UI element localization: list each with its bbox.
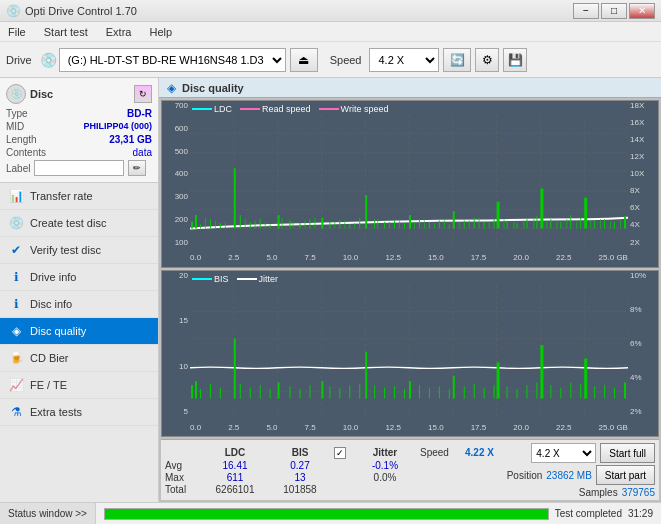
speed-label: Speed [330,54,362,66]
ldc-chart: LDC Read speed Write speed [161,100,659,268]
max-jitter: 0.0% [350,472,420,483]
svg-rect-64 [624,216,626,228]
status-time: 31:29 [628,508,653,519]
disc-refresh-button[interactable]: ↻ [134,85,152,103]
disc-type-label: Type [6,108,28,119]
minimize-button[interactable]: − [573,3,599,19]
y2-label-20: 20 [179,271,188,280]
svg-rect-51 [507,220,508,228]
disc-label-button[interactable]: ✏ [128,160,146,176]
cd-bier-icon: 🍺 [8,350,24,366]
disc-label-input[interactable] [34,160,124,176]
sidebar-item-verify-test-disc-label: Verify test disc [30,244,101,256]
title-bar: 💿 Opti Drive Control 1.70 − □ ✕ [0,0,661,22]
stats-position-row: Position 23862 MB Start part [507,465,655,485]
svg-rect-91 [523,220,524,228]
create-test-disc-icon: 💿 [8,215,24,231]
svg-rect-70 [265,223,266,228]
svg-rect-67 [225,222,226,229]
sidebar-item-transfer-rate[interactable]: 📊 Transfer rate [0,183,158,210]
refresh-button[interactable]: 🔄 [443,48,471,72]
svg-rect-118 [210,383,211,398]
disc-length-value: 23,31 GB [109,134,152,145]
samples-label: Samples [579,487,618,498]
svg-rect-97 [590,220,591,228]
save-button[interactable]: 💾 [503,48,527,72]
y-right-14x: 14X [630,135,644,144]
svg-rect-16 [191,222,193,229]
svg-rect-82 [424,220,425,228]
disc-info-icon: ℹ [8,296,24,312]
sidebar-item-drive-info[interactable]: ℹ Drive info [0,264,158,291]
x-label-22-5: 22.5 [556,253,572,262]
jitter-checkbox[interactable]: ✓ [334,447,346,459]
y-right-4x: 4X [630,220,640,229]
start-part-button[interactable]: Start part [596,465,655,485]
menu-help[interactable]: Help [145,24,176,40]
y-right-2x: 2X [630,238,640,247]
max-bis: 13 [270,472,330,483]
x2-label-17-5: 17.5 [471,423,487,432]
chart2-svg [190,285,628,419]
sidebar-item-disc-quality[interactable]: ◈ Disc quality [0,318,158,345]
sidebar-item-create-test-disc[interactable]: 💿 Create test disc [0,210,158,237]
status-text: Test completed [555,508,622,519]
svg-rect-17 [195,215,197,228]
bis-legend-color [192,278,212,280]
svg-rect-96 [576,222,577,229]
svg-rect-35 [365,195,367,228]
main-area: 💿 Disc ↻ Type BD-R MID PHILIPP04 (000) L… [0,78,661,502]
menu-extra[interactable]: Extra [102,24,136,40]
stats-speed-select[interactable]: 4.2 X [531,443,596,463]
svg-rect-62 [604,219,605,228]
sidebar-item-extra-tests[interactable]: ⚗ Extra tests [0,399,158,426]
start-full-button[interactable]: Start full [600,443,655,463]
y-label-600: 600 [175,124,188,133]
eject-button[interactable]: ⏏ [290,48,318,72]
drive-select[interactable]: (G:) HL-DT-ST BD-RE WH16NS48 1.D3 [59,48,286,72]
avg-label: Avg [165,460,200,471]
menu-file[interactable]: File [4,24,30,40]
y2-right-4pct: 4% [630,373,642,382]
y2-label-15: 15 [179,316,188,325]
sidebar-item-fe-te[interactable]: 📈 FE / TE [0,372,158,399]
status-window-button[interactable]: Status window >> [0,503,96,525]
x2-label-15: 15.0 [428,423,444,432]
sidebar-item-verify-test-disc[interactable]: ✔ Verify test disc [0,237,158,264]
menu-start-test[interactable]: Start test [40,24,92,40]
svg-rect-143 [449,389,450,398]
y2-label-5: 5 [184,407,188,416]
x-label-25: 25.0 GB [599,253,628,262]
svg-rect-55 [540,188,543,228]
position-value: 23862 MB [546,470,592,481]
close-button[interactable]: ✕ [629,3,655,19]
maximize-button[interactable]: □ [601,3,627,19]
ldc-legend-item: LDC [192,104,232,114]
chart1-plot-area [190,115,628,249]
svg-rect-94 [556,222,557,229]
chart2-legend: BIS Jitter [192,274,278,284]
svg-rect-128 [309,385,310,398]
svg-rect-155 [550,385,551,398]
settings-button[interactable]: ⚙ [475,48,499,72]
svg-rect-56 [550,219,551,228]
y-right-10x: 10X [630,169,644,178]
jitter-legend-item: Jitter [237,274,279,284]
svg-rect-72 [293,222,294,229]
svg-rect-54 [536,216,537,228]
svg-rect-39 [404,223,405,228]
disc-type-row: Type BD-R [6,108,152,119]
svg-rect-129 [321,381,323,398]
svg-rect-33 [349,224,350,228]
svg-rect-40 [409,215,411,228]
speed-select[interactable]: 4.2 X [369,48,439,72]
sidebar-item-cd-bier[interactable]: 🍺 CD Bier [0,345,158,372]
menu-bar: File Start test Extra Help [0,22,661,42]
svg-rect-137 [394,386,395,398]
transfer-rate-icon: 📊 [8,188,24,204]
svg-rect-42 [429,222,430,229]
svg-rect-47 [474,218,475,229]
sidebar-item-disc-info[interactable]: ℹ Disc info [0,291,158,318]
svg-rect-79 [389,222,390,229]
writespeed-legend-label: Write speed [341,104,389,114]
